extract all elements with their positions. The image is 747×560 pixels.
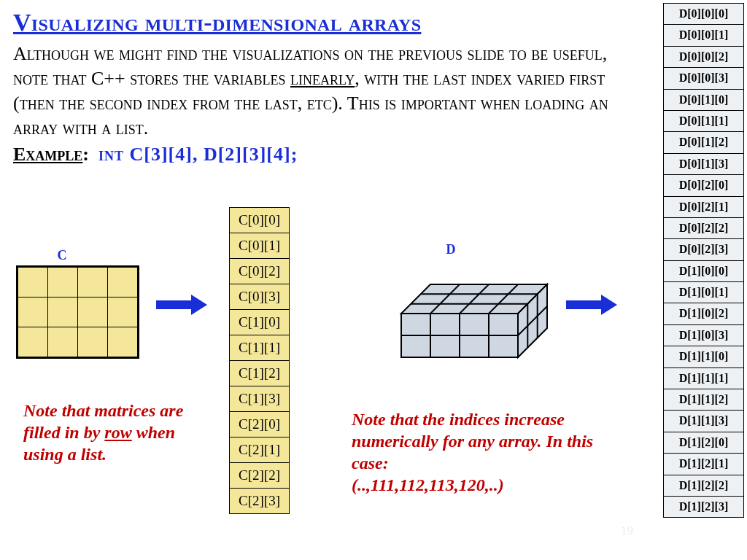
c-linear-cell: C[2][3] [230, 489, 290, 514]
c-linear-table: C[0][0]C[0][1]C[0][2]C[0][3]C[1][0]C[1][… [229, 207, 290, 514]
grid-cell [18, 268, 47, 297]
c-linear-cell: C[1][3] [230, 386, 290, 412]
d-linear-cell: D[1][1][1] [664, 368, 744, 389]
d-linear-cell: D[0][2][2] [664, 217, 744, 238]
c-linear-cell: C[2][1] [230, 438, 290, 463]
grid-cell [18, 327, 47, 357]
grid-cell [18, 298, 47, 327]
d-linear-cell: D[1][2][1] [664, 454, 744, 475]
c-linear-cell: C[0][1] [230, 233, 290, 259]
c-linear-cell: C[0][0] [230, 208, 290, 233]
para-linearly: linearly [290, 68, 355, 89]
d-linear-cell: D[0][2][3] [664, 239, 744, 260]
c-linear-cell: C[0][2] [230, 259, 290, 284]
d-linear-cell: D[0][1][0] [664, 89, 744, 110]
c-label: C [40, 248, 84, 263]
d-linear-cell: D[0][0][3] [664, 68, 744, 89]
d-linear-cell: D[0][1][3] [664, 153, 744, 174]
body-paragraph: Although we might find the visualization… [13, 42, 627, 140]
grid-cell [78, 327, 107, 357]
d-linear-cell: D[0][1][1] [664, 110, 744, 131]
d-linear-cell: D[1][0][2] [664, 303, 744, 324]
grid-cell [48, 298, 77, 327]
grid-cell [48, 327, 77, 357]
c-linear-cell: C[0][3] [230, 284, 290, 310]
grid-cell [108, 327, 137, 357]
grid-cell [48, 268, 77, 297]
grid-cell [108, 298, 137, 327]
page-number: 19 [621, 524, 633, 538]
d-linear-cell: D[1][2][3] [664, 496, 744, 517]
note-left-row: row [104, 423, 131, 442]
example-label: Example [13, 144, 82, 165]
example-declaration: int C[3][4], D[2][3][4]; [98, 144, 298, 165]
d-3d-cube [372, 270, 554, 379]
slide-title: Visualizing multi-dimensional arrays [13, 9, 627, 36]
d-linear-cell: D[0][1][2] [664, 132, 744, 153]
d-linear-cell: D[0][2][1] [664, 196, 744, 217]
d-linear-cell: D[1][0][0] [664, 260, 744, 281]
d-linear-cell: D[0][2][0] [664, 175, 744, 196]
grid-cell [108, 268, 137, 297]
c-linear-cell: C[1][0] [230, 310, 290, 335]
example-line: Example: int C[3][4], D[2][3][4]; [13, 144, 627, 166]
note-left: Note that matrices are filled in by row … [23, 400, 213, 465]
c-2d-grid [16, 265, 139, 359]
note-right-1: Note that the indices increase numerical… [352, 408, 629, 474]
d-linear-cell: D[0][0][1] [664, 25, 744, 46]
note-right-2: (..,111,112,113,120,..) [352, 474, 629, 496]
d-linear-cell: D[1][0][1] [664, 282, 744, 303]
d-linear-cell: D[1][2][2] [664, 475, 744, 496]
arrow-icon [156, 298, 207, 312]
grid-cell [78, 268, 107, 297]
note-right: Note that the indices increase numerical… [352, 408, 629, 496]
c-linear-cell: C[2][2] [230, 463, 290, 489]
d-linear-cell: D[1][1][3] [664, 411, 744, 432]
d-linear-cell: D[1][1][2] [664, 389, 744, 411]
arrow-icon [566, 298, 617, 312]
grid-cell [78, 298, 107, 327]
c-linear-cell: C[1][1] [230, 335, 290, 361]
d-linear-cell: D[0][0][2] [664, 46, 744, 67]
d-linear-table: D[0][0][0]D[0][0][1]D[0][0][2]D[0][0][3]… [663, 3, 744, 518]
c-linear-cell: C[2][0] [230, 412, 290, 438]
c-linear-cell: C[1][2] [230, 361, 290, 386]
d-linear-cell: D[0][0][0] [664, 4, 744, 25]
d-label: D [436, 242, 465, 257]
d-linear-cell: D[1][2][0] [664, 432, 744, 453]
d-linear-cell: D[1][0][3] [664, 324, 744, 346]
d-linear-cell: D[1][1][0] [664, 346, 744, 368]
